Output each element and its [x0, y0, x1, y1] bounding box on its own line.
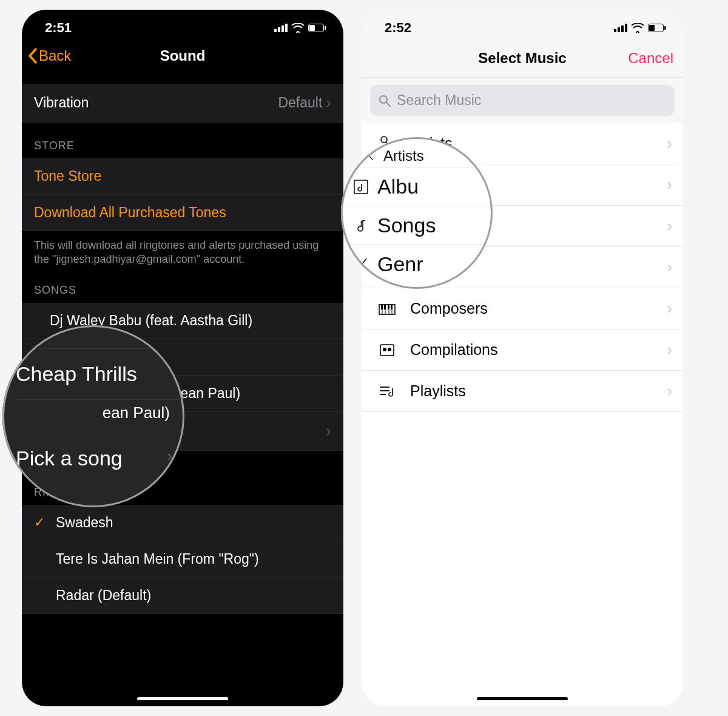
cancel-button[interactable]: Cancel: [628, 50, 673, 67]
ringtone-row[interactable]: ✓ Radar (Default): [22, 578, 343, 614]
wifi-icon: [291, 23, 305, 33]
svg-point-31: [383, 348, 386, 351]
svg-point-14: [380, 96, 387, 103]
search-input[interactable]: Search Music: [370, 85, 675, 116]
phone-right: 2:52 Select Music Cancel Search Music: [362, 10, 683, 706]
callout-label: Artists: [383, 147, 424, 164]
svg-rect-27: [384, 305, 386, 309]
store-footer-note: This will download all ringtones and ale…: [22, 231, 343, 279]
store-header: STORE: [22, 123, 343, 158]
svg-rect-30: [380, 345, 394, 356]
category-label: Composers: [410, 300, 488, 317]
keyboard-icon: [375, 302, 399, 316]
svg-rect-7: [614, 29, 616, 32]
svg-rect-38: [354, 180, 368, 194]
songs-header: SONGS: [22, 279, 343, 303]
status-bar: 2:51: [22, 10, 343, 39]
nav-title: Sound: [22, 47, 343, 64]
chevron-right-icon: ›: [667, 382, 672, 400]
svg-rect-10: [625, 24, 627, 32]
status-time: 2:52: [385, 20, 411, 36]
svg-point-16: [381, 137, 387, 143]
ringtone-label: Tere Is Jahan Mein (From "Rog"): [56, 551, 259, 567]
svg-rect-13: [664, 26, 666, 30]
callout-label: Albu: [377, 175, 419, 198]
svg-point-32: [388, 348, 391, 351]
category-row-compilations[interactable]: Compilations ›: [362, 329, 683, 371]
battery-icon: [308, 24, 326, 32]
callout-magnifier-left: Cheap Thrills ean Paul) Pick a song ›: [2, 325, 184, 507]
status-icons: [614, 23, 666, 33]
chevron-right-icon: ›: [667, 340, 672, 359]
home-indicator[interactable]: [477, 697, 568, 700]
svg-rect-9: [621, 25, 624, 32]
ringtone-label: Swadesh: [56, 515, 113, 531]
chevron-right-icon: ›: [667, 217, 672, 235]
vibration-value: Default: [278, 95, 322, 111]
status-time: 2:51: [45, 20, 72, 36]
chevron-right-icon: ›: [667, 175, 672, 194]
chevron-right-icon: ›: [326, 422, 331, 441]
cellular-icon: [614, 24, 627, 32]
download-all-row[interactable]: Download All Purchased Tones: [22, 195, 343, 231]
callout-magnifier-right: Artists Albu Songs Genr: [341, 137, 493, 289]
svg-rect-6: [325, 26, 326, 30]
ringtone-label: Radar (Default): [56, 587, 151, 604]
svg-rect-8: [618, 27, 620, 32]
playlist-icon: [375, 385, 399, 398]
svg-line-40: [362, 258, 366, 264]
cellular-icon: [274, 24, 288, 32]
category-row-playlists[interactable]: Playlists ›: [362, 371, 683, 412]
callout-label: Songs: [377, 214, 436, 237]
status-icons: [274, 23, 326, 33]
chevron-right-icon: ›: [667, 299, 672, 318]
status-bar: 2:52: [362, 10, 683, 39]
svg-line-15: [386, 103, 390, 106]
svg-rect-1: [278, 27, 280, 32]
svg-rect-5: [309, 25, 315, 31]
callout-row: Cheap Thrills: [16, 362, 137, 386]
callout-row: Pick a song: [16, 447, 123, 470]
chevron-right-icon: ›: [326, 93, 331, 112]
svg-rect-3: [285, 24, 288, 32]
chevron-right-icon: ›: [667, 134, 672, 153]
search-icon: [379, 95, 391, 107]
download-all-label: Download All Purchased Tones: [34, 204, 226, 221]
nav-bar: Back Sound: [22, 39, 343, 73]
tone-store-row[interactable]: Tone Store: [22, 158, 343, 195]
wifi-icon: [631, 23, 644, 33]
svg-rect-12: [649, 25, 655, 31]
svg-rect-0: [274, 29, 277, 32]
album-icon: [353, 179, 369, 195]
tone-store-label: Tone Store: [34, 168, 101, 184]
check-icon: ✓: [34, 515, 49, 530]
category-row-composers[interactable]: Composers ›: [362, 288, 683, 329]
svg-rect-26: [381, 305, 383, 309]
ringtone-row[interactable]: ✓ Swadesh: [22, 505, 343, 541]
search-placeholder: Search Music: [397, 92, 481, 109]
svg-rect-28: [388, 305, 389, 309]
vibration-row[interactable]: Vibration Default ›: [22, 84, 343, 123]
vibration-label: Vibration: [34, 95, 89, 111]
nav-bar: Select Music Cancel: [362, 39, 683, 78]
home-indicator[interactable]: [137, 697, 228, 700]
category-label: Compilations: [410, 341, 498, 359]
svg-rect-29: [391, 305, 393, 309]
callout-label: Genr: [377, 252, 423, 276]
battery-icon: [648, 24, 666, 32]
category-label: Playlists: [410, 382, 466, 400]
svg-rect-2: [281, 25, 284, 32]
note-icon: [353, 218, 369, 234]
svg-line-37: [368, 155, 372, 160]
chevron-right-icon: ›: [667, 258, 672, 277]
ringtone-row[interactable]: ✓ Tere Is Jahan Mein (From "Rog"): [22, 541, 343, 578]
callout-sub: ean Paul): [16, 400, 184, 433]
person-card-icon: [375, 342, 399, 358]
